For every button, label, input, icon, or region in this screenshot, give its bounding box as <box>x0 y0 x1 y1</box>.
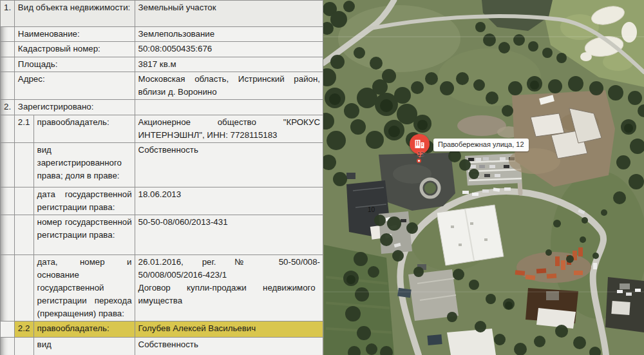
screen: 1. Вид объекта недвижимости: Земельный у… <box>0 0 644 355</box>
field-label: правообладатель: <box>33 115 135 143</box>
marker-house-number: 12 <box>417 151 424 157</box>
table-row: номер государственной регистрации права:… <box>1 215 323 255</box>
scanline <box>323 36 644 37</box>
table-row: Адрес: Московская область, Истринский ра… <box>1 72 323 100</box>
field-label: Площадь: <box>14 57 135 72</box>
row-number <box>1 255 15 321</box>
field-value: Собственность <box>135 143 323 187</box>
row-subnumber: 2.1 <box>14 115 33 143</box>
field-label: Зарегистрировано: <box>14 100 135 115</box>
table-row-highlighted: 2.2 правообладатель: Голубев Алексей Вас… <box>1 321 323 338</box>
table-row: вид зарегистрированного Собственность <box>1 338 323 355</box>
row-number <box>1 42 15 57</box>
field-value: Собственность <box>135 338 323 355</box>
field-value: 50-50-08/060/2013-431 <box>135 215 323 255</box>
field-value: 50:08:0050435:676 <box>135 42 323 57</box>
table-row: 2. Зарегистрировано: <box>1 100 323 115</box>
row-number: 2. <box>1 100 15 115</box>
field-value: Акционерное общество "КРОКУС ИНТЕРНЭШНЛ"… <box>135 115 323 143</box>
row-subnumber <box>14 338 33 355</box>
field-label: Вид объекта недвижимости: <box>14 1 135 27</box>
table-row: 1. Вид объекта недвижимости: Земельный у… <box>1 1 323 27</box>
field-label: правообладатель: <box>33 321 135 338</box>
row-subnumber <box>14 143 33 187</box>
field-label: дата государственной регистрации права: <box>33 187 135 215</box>
building-icon <box>414 139 425 149</box>
table-row: Кадастровый номер: 50:08:0050435:676 <box>1 42 323 57</box>
row-number <box>1 338 15 355</box>
property-document-panel[interactable]: 1. Вид объекта недвижимости: Земельный у… <box>0 0 323 355</box>
field-label: вид зарегистрированного права; доля в пр… <box>33 143 135 187</box>
field-value: Московская область, Истринский район, вб… <box>135 72 323 100</box>
row-subnumber <box>14 187 33 215</box>
field-label: Кадастровый номер: <box>14 42 135 57</box>
row-subnumber <box>14 215 33 255</box>
field-value: Землепользование <box>135 27 323 42</box>
house-number-10: 10 <box>368 206 375 213</box>
table-row: 2.1 правообладатель: Акционерное обществ… <box>1 115 323 143</box>
field-label: дата, номер и основание государственной … <box>33 255 135 321</box>
field-value: Голубев Алексей Васильевич <box>135 321 323 338</box>
row-number <box>1 215 15 255</box>
row-number <box>1 143 15 187</box>
field-label: Адрес: <box>14 72 135 100</box>
row-number <box>1 321 15 338</box>
row-number <box>1 187 15 215</box>
registration-basis: Договор купли-продажи недвижимого имущес… <box>138 282 316 307</box>
row-number: 1. <box>1 1 15 27</box>
row-subnumber: 2.2 <box>14 321 33 338</box>
dark-building <box>605 277 644 332</box>
scanline <box>323 291 644 293</box>
field-value: 3817 кв.м <box>135 57 323 72</box>
table-row: вид зарегистрированного права; доля в пр… <box>1 143 323 187</box>
field-value: Земельный участок <box>135 1 323 27</box>
table-row: Площадь: 3817 кв.м <box>1 57 323 72</box>
field-value: 18.06.2013 <box>135 187 323 215</box>
field-value <box>135 100 323 115</box>
table-row: дата, номер и основание государственной … <box>1 255 323 321</box>
property-table: 1. Вид объекта недвижимости: Земельный у… <box>0 0 323 355</box>
row-number <box>1 57 15 72</box>
field-label: номер государственной регистрации права: <box>33 215 135 255</box>
marker-dot <box>417 158 421 163</box>
table-row: Наименование: Землепользование <box>1 27 323 42</box>
row-subnumber <box>14 255 33 321</box>
white-building <box>437 205 504 265</box>
row-number <box>1 72 15 100</box>
blue-shed <box>427 334 442 345</box>
table-row: дата государственной регистрации права: … <box>1 187 323 215</box>
registration-record: 26.01.2016, рег. № 50-50/008-50/008/005/… <box>138 256 320 282</box>
address-label[interactable]: Правобережная улица, 12 <box>433 139 529 151</box>
blue-shed <box>397 288 412 298</box>
field-label: Наименование: <box>14 27 135 42</box>
row-number <box>1 115 15 143</box>
satellite-imagery <box>323 0 644 355</box>
field-label: вид зарегистрированного <box>33 338 135 355</box>
row-number <box>1 27 15 42</box>
field-value: 26.01.2016, рег. № 50-50/008-50/008/005/… <box>135 255 323 321</box>
satellite-map[interactable]: 10 12 Правобережная улица, 12 <box>323 0 644 355</box>
